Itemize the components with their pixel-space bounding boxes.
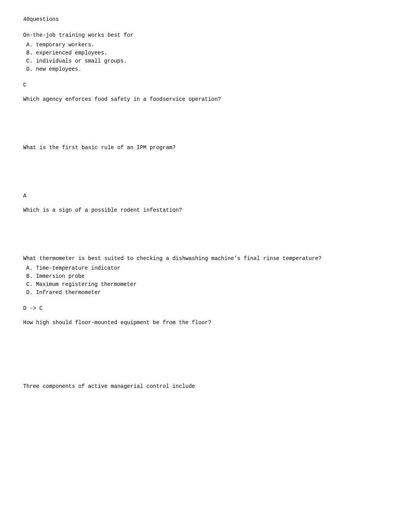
choice-1b: B. experienced employees. <box>26 49 387 57</box>
choice-5b: B. Immersion probe <box>26 272 387 280</box>
spacer-q4 <box>23 216 387 247</box>
question-6: How high should floor-mounted equipment … <box>23 319 387 375</box>
question-3: What is the first basic rule of an IPM p… <box>23 144 387 184</box>
answer-3: A <box>23 192 387 200</box>
choice-1d: D. new employees. <box>26 65 387 73</box>
question-2: Which agency enforces food safety in a f… <box>23 95 387 136</box>
question-7: Three components of active managerial co… <box>23 382 387 391</box>
question-6-text: How high should floor-mounted equipment … <box>23 319 387 327</box>
question-5: What thermometer is best suited to check… <box>23 255 387 297</box>
spacer-q3 <box>23 153 387 184</box>
choice-5a: A. Time-temperature indicator <box>26 264 387 272</box>
spacer-q2 <box>23 105 387 136</box>
question-2-text: Which agency enforces food safety in a f… <box>23 95 387 104</box>
header-text: 40questions <box>23 16 59 22</box>
question-1-text: On-the-job training works best for <box>23 31 387 39</box>
page-container: 40questions On-the-job training works be… <box>23 15 387 391</box>
choice-1a: A. temporary workers. <box>26 41 387 49</box>
answer-1: C <box>23 81 387 89</box>
question-7-text: Three components of active managerial co… <box>23 382 387 391</box>
choice-5d: D. Infrared thermometer <box>26 289 387 297</box>
question-4: Which is a sign of a possible rodent inf… <box>23 206 387 247</box>
answer-5: D -> C <box>23 304 387 313</box>
question-4-text: Which is a sign of a possible rodent inf… <box>23 206 387 214</box>
spacer-q6 <box>23 328 387 359</box>
choice-5c: C. Maximum registering thermometer <box>26 280 387 289</box>
choice-1c: C. individuals or small groups. <box>26 57 387 65</box>
question-1: On-the-job training works best for A. te… <box>23 31 387 73</box>
question-3-text: What is the first basic rule of an IPM p… <box>23 144 387 152</box>
header-line: 40questions <box>23 15 387 24</box>
question-5-text: What thermometer is best suited to check… <box>23 255 387 263</box>
spacer-q6-sm <box>23 359 387 375</box>
